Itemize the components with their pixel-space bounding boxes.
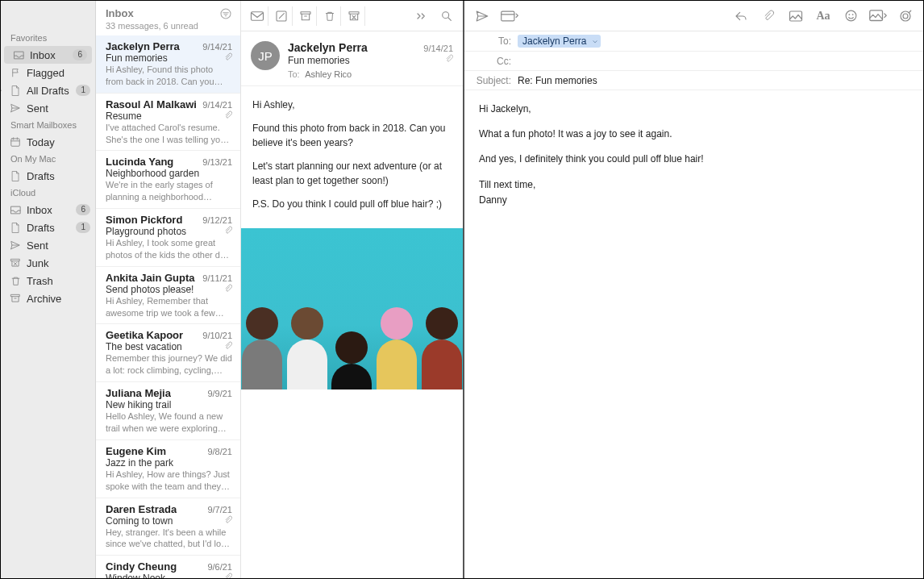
compose-subject-field[interactable]: Subject: Re: Fun memories xyxy=(464,71,923,90)
junk-icon[interactable] xyxy=(343,6,365,26)
sidebar-item-ic-drafts[interactable]: Drafts1 xyxy=(1,219,95,236)
tray-icon xyxy=(9,203,22,216)
compose-toolbar: Aa xyxy=(464,1,923,31)
subject: The best vacation xyxy=(106,341,182,352)
message-list-item[interactable]: Lucinda Yang9/13/21Neighborhood gardenWe… xyxy=(96,151,240,209)
compose-cc-field[interactable]: Cc: xyxy=(464,52,923,71)
svg-rect-1 xyxy=(11,259,20,260)
media-browser-icon[interactable] xyxy=(868,8,888,24)
sidebar-item-ic-trash[interactable]: Trash xyxy=(1,272,95,290)
message-body: Hi Ashley, Found this photo from back in… xyxy=(241,86,463,228)
sidebar-item-label: Inbox xyxy=(30,49,68,61)
message-list-item[interactable]: Cindy Cheung9/6/21Window NookHey Ashley!… xyxy=(96,556,240,578)
message-list[interactable]: Jackelyn Perra9/14/21Fun memoriesHi Ashl… xyxy=(96,35,240,578)
reply-icon[interactable] xyxy=(731,8,751,24)
compose-icon[interactable] xyxy=(270,6,293,26)
badge: 1 xyxy=(76,222,90,233)
header-fields-icon[interactable] xyxy=(500,8,519,24)
date: 9/13/21 xyxy=(202,157,232,167)
message-list-item[interactable]: Eugene Kim9/8/21Jazz in the parkHi Ashle… xyxy=(96,440,240,498)
sidebar-item-label: Today xyxy=(27,136,90,148)
flag-icon xyxy=(9,66,22,79)
chevron-right-icon[interactable]: › xyxy=(1,86,2,94)
markup-icon[interactable] xyxy=(896,8,915,24)
calendar-icon xyxy=(9,135,22,148)
trash-icon[interactable] xyxy=(318,6,341,26)
sender: Geetika Kapoor xyxy=(106,329,183,341)
svg-rect-10 xyxy=(790,11,802,21)
svg-point-16 xyxy=(903,14,908,19)
envelope-icon[interactable] xyxy=(246,6,268,26)
sidebar-item-label: Drafts xyxy=(27,170,90,182)
inbox-title: Inbox xyxy=(106,7,198,19)
sidebar-item-flagged[interactable]: Flagged xyxy=(1,64,95,81)
svg-point-8 xyxy=(443,11,449,18)
sidebar-item-inbox[interactable]: Inbox6 xyxy=(4,46,92,64)
message-list-item[interactable]: Geetika Kapoor9/10/21The best vacationRe… xyxy=(96,324,240,382)
subject: Resume xyxy=(106,110,142,122)
sidebar-item-label: Archive xyxy=(27,293,90,305)
message-list-item[interactable]: Ankita Jain Gupta9/11/21Send photos plea… xyxy=(96,267,240,325)
compose-to-field[interactable]: To: Jackelyn Perra xyxy=(464,31,923,52)
preview: Remember this journey? We did a lot: roc… xyxy=(106,352,232,377)
sidebar-item-label: Drafts xyxy=(27,222,71,234)
emoji-icon[interactable] xyxy=(841,8,860,24)
attachment-icon xyxy=(224,226,232,237)
message-list-item[interactable]: Juliana Mejia9/9/21New hiking trailHello… xyxy=(96,382,240,440)
filter-icon[interactable] xyxy=(219,7,232,23)
message-list-item[interactable]: Jackelyn Perra9/14/21Fun memoriesHi Ashl… xyxy=(96,35,240,94)
sidebar-heading: iCloud xyxy=(1,185,95,201)
message-list-item[interactable]: Rasoul Al Malkawi9/14/21ResumeI've attac… xyxy=(96,94,240,152)
sender: Cindy Cheung xyxy=(106,560,177,573)
compose-body[interactable]: Hi Jackelyn, What a fun photo! It was a … xyxy=(464,90,923,229)
attachment-icon xyxy=(224,573,232,578)
badge: 1 xyxy=(76,85,90,96)
archivebox-icon xyxy=(9,292,22,305)
sidebar-item-sent[interactable]: Sent xyxy=(1,99,95,117)
date: 9/11/21 xyxy=(202,273,232,283)
message-view-pane: JP Jackelyn Perra 9/14/21 Fun memories T… xyxy=(241,1,464,578)
badge: 6 xyxy=(76,204,90,215)
archive-icon[interactable] xyxy=(294,6,317,26)
svg-point-3 xyxy=(221,9,231,19)
svg-point-12 xyxy=(849,15,850,15)
recipient-token[interactable]: Jackelyn Perra xyxy=(518,35,601,48)
message-to: Ashley Rico xyxy=(305,69,352,79)
trash-icon xyxy=(9,274,22,287)
sidebar-item-local-drafts[interactable]: Drafts xyxy=(1,167,95,185)
message-attachment-image[interactable] xyxy=(241,228,463,389)
sidebar-item-ic-archive[interactable]: Archive xyxy=(1,290,95,307)
preview: Hi Ashley, Remember that awesome trip we… xyxy=(106,295,232,319)
message-date: 9/14/21 xyxy=(423,44,453,53)
preview: Hi Ashley, I took some great photos of t… xyxy=(106,237,232,261)
sender: Ankita Jain Gupta xyxy=(106,272,195,284)
format-icon[interactable]: Aa xyxy=(814,8,833,24)
svg-rect-2 xyxy=(11,294,20,296)
more-icon[interactable] xyxy=(411,6,434,26)
message-list-item[interactable]: Daren Estrada9/7/21Coming to townHey, st… xyxy=(96,498,240,556)
tray-icon xyxy=(12,48,25,61)
date: 9/9/21 xyxy=(207,389,232,398)
send-icon[interactable] xyxy=(472,8,492,24)
sidebar-item-label: Junk xyxy=(27,257,90,269)
sidebar-item-ic-sent[interactable]: Sent xyxy=(1,236,95,254)
message-subject: Fun memories xyxy=(288,55,350,66)
sidebar-heading: Smart Mailboxes xyxy=(1,117,95,133)
message-list-item[interactable]: Simon Pickford9/12/21Playground photosHi… xyxy=(96,209,240,267)
sidebar-item-ic-inbox[interactable]: Inbox6 xyxy=(1,201,95,219)
sender: Jackelyn Perra xyxy=(106,40,180,52)
sender: Simon Pickford xyxy=(106,214,182,226)
preview: We're in the early stages of planning a … xyxy=(106,179,232,203)
sidebar-item-today[interactable]: Today xyxy=(1,133,95,151)
message-from: Jackelyn Perra xyxy=(288,41,368,54)
subject: Fun memories xyxy=(106,52,168,64)
search-icon[interactable] xyxy=(435,6,458,26)
xmark-bin-icon xyxy=(9,256,22,269)
sidebar-item-label: Trash xyxy=(27,275,90,287)
sender: Eugene Kim xyxy=(106,445,166,457)
attach-icon[interactable] xyxy=(759,8,778,24)
photo-icon[interactable] xyxy=(786,8,805,24)
paperplane-icon xyxy=(9,239,22,252)
sidebar-item-all-drafts[interactable]: ›All Drafts1 xyxy=(1,81,95,99)
sidebar-item-ic-junk[interactable]: Junk xyxy=(1,254,95,272)
